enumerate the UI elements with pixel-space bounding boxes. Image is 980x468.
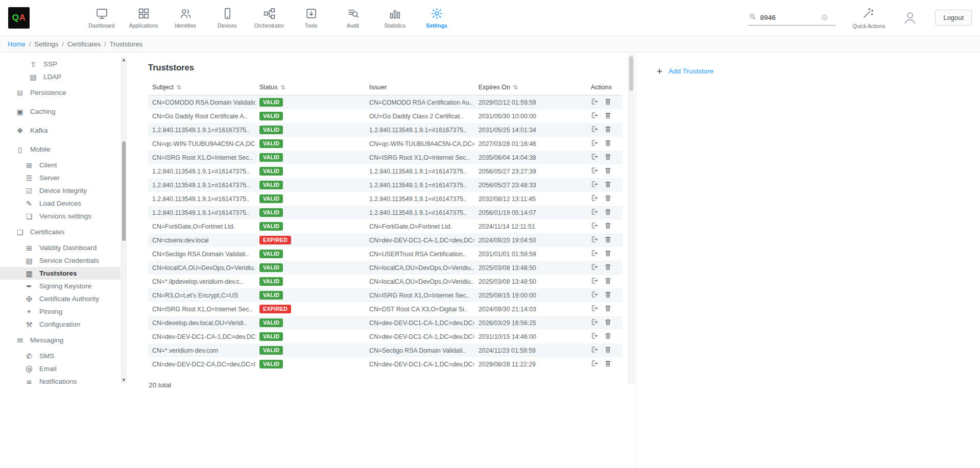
sidebar-item-email[interactable]: @Email [0,362,121,375]
clear-search-icon[interactable] [821,14,828,21]
sidebar-item-pinning[interactable]: ⌖Pinning [0,305,121,318]
sidebar-item-messaging[interactable]: ✉Messaging [0,331,121,350]
export-icon[interactable] [591,153,599,161]
delete-icon[interactable] [604,166,612,175]
delete-icon[interactable] [604,332,612,340]
export-icon[interactable] [591,208,599,216]
sort-icon[interactable]: ⇅ [280,84,285,91]
delete-icon[interactable] [604,221,612,230]
delete-icon[interactable] [604,277,612,285]
delete-icon[interactable] [604,318,612,326]
cell-actions [587,192,623,206]
delete-icon[interactable] [604,235,612,243]
nav-item-tools[interactable]: Tools [290,7,332,29]
delete-icon[interactable] [604,346,612,354]
sidebar-scrollbar[interactable]: ▲ ▼ [121,57,127,383]
delete-icon[interactable] [604,111,612,119]
delete-icon[interactable] [604,153,612,161]
user-profile-icon[interactable] [902,10,918,26]
breadcrumb-certificates[interactable]: Certificates [67,40,101,48]
sidebar-item-persistence[interactable]: ⊟Persistence [0,83,121,102]
sidebar-item-client[interactable]: ⊞Client [0,159,121,171]
add-truststore-button[interactable]: + Add Truststore [657,66,713,76]
export-icon[interactable] [591,290,599,299]
nav-item-applications[interactable]: Applications [123,7,164,29]
cell-expires: 2025/09/15 19:00:00 [474,288,587,302]
total-count: 20 total [149,381,623,389]
sidebar-item-device-integrity[interactable]: ☑Device Integrity [0,184,121,197]
export-icon[interactable] [591,221,599,230]
delete-icon[interactable] [604,359,612,367]
nav-item-orchestrator[interactable]: Orchestrator [248,7,290,29]
export-icon[interactable] [591,304,599,312]
scroll-down-icon[interactable]: ▼ [122,378,126,382]
sort-icon[interactable]: ⇅ [513,84,518,91]
export-icon[interactable] [591,263,599,271]
sidebar-item-mobile[interactable]: ▯Mobile [0,140,121,159]
main-scrollbar-thumb[interactable] [629,56,633,91]
main-scrollbar[interactable] [628,55,634,384]
export-icon[interactable] [591,346,599,354]
quick-actions-button[interactable]: Quick Actions [853,7,886,29]
delete-icon[interactable] [604,139,612,147]
export-icon[interactable] [591,125,599,133]
sidebar-item-configuration[interactable]: ⚒Configuration [0,318,121,331]
delete-icon[interactable] [604,180,612,188]
sidebar-item-label: Client [39,161,57,169]
delete-icon[interactable] [604,304,612,312]
sidebar-item-service-credentials[interactable]: ▤Service Credentials [0,254,121,267]
delete-icon[interactable] [604,290,612,299]
export-icon[interactable] [591,249,599,257]
scroll-up-icon[interactable]: ▲ [122,58,126,62]
sidebar-item-caching[interactable]: ▣Caching [0,102,121,121]
sidebar-item-ldap[interactable]: ▤LDAP [0,70,121,83]
export-icon[interactable] [591,97,599,106]
export-icon[interactable] [591,166,599,175]
sidebar-item-ssp[interactable]: ⇧SSP [0,58,121,70]
sidebar-item-validity-dashboard[interactable]: ⊞Validity Dashboard [0,241,121,254]
breadcrumb-settings[interactable]: Settings [34,40,58,48]
export-icon[interactable] [591,277,599,285]
sort-icon[interactable]: ⇅ [177,84,181,91]
nav-item-statistics[interactable]: Statistics [374,7,416,29]
export-icon[interactable] [591,111,599,119]
sidebar-item-kafka[interactable]: ❖Kafka [0,121,121,140]
delete-icon[interactable] [604,97,612,106]
export-icon[interactable] [591,180,599,188]
nav-item-audit[interactable]: Audit [332,7,374,29]
sidebar-item-versions-settings[interactable]: ❏Versions settings [0,210,121,223]
search-input[interactable] [760,14,817,21]
sidebar-item-load-devices[interactable]: ✎Load Devices [0,197,121,210]
export-icon[interactable] [591,318,599,326]
cell-actions [587,178,623,192]
breadcrumb-home[interactable]: Home [8,40,26,48]
delete-icon[interactable] [604,263,612,271]
sidebar-item-notifications[interactable]: ≡Notifications [0,375,121,388]
delete-icon[interactable] [604,125,612,133]
sidebar-item-truststores[interactable]: ▥Truststores [0,267,121,280]
export-icon[interactable] [591,194,599,202]
column-header-expires-on[interactable]: Expires On⇅ [474,80,587,95]
export-icon[interactable] [591,235,599,243]
cell-subject: 1.2.840.113549.1.9.1=#16147375.. [148,164,255,178]
delete-icon[interactable] [604,194,612,202]
export-icon[interactable] [591,139,599,147]
sidebar-item-signing-keystore[interactable]: ✒Signing Keystore [0,280,121,292]
sidebar-item-server[interactable]: ☰Server [0,171,121,184]
sidebar-item-certificates[interactable]: ❑Certificates [0,223,121,241]
column-header-subject[interactable]: Subject⇅ [148,80,255,95]
export-icon[interactable] [591,332,599,340]
nav-item-settings[interactable]: Settings [416,7,458,29]
delete-icon[interactable] [604,208,612,216]
delete-icon[interactable] [604,249,612,257]
nav-item-devices[interactable]: Devices [206,7,248,29]
nav-item-dashboard[interactable]: Dashboard [81,7,123,29]
nav-item-identities[interactable]: Identities [164,7,206,29]
column-header-status[interactable]: Status⇅ [255,80,365,95]
logout-button[interactable]: Logout [935,10,972,26]
sidebar-item-sms[interactable]: ✆SMS [0,350,121,362]
brand-logo[interactable]: QA [8,7,30,29]
sidebar-scrollbar-thumb[interactable] [122,141,126,241]
export-icon[interactable] [591,359,599,367]
sidebar-item-certificate-authority[interactable]: ✠Certificate Authority [0,292,121,305]
